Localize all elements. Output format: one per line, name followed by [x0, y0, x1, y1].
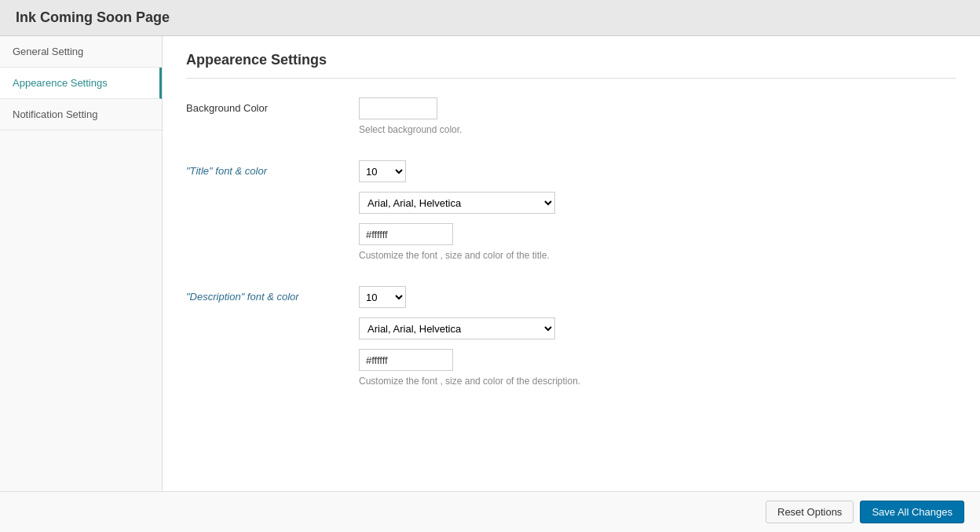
title-color-field-row [359, 223, 956, 245]
sidebar-item-notification-setting[interactable]: Notification Setting [0, 99, 162, 130]
title-color-input[interactable] [359, 223, 453, 245]
description-color-field-row [359, 349, 956, 371]
background-color-controls: Select background color. [359, 97, 956, 135]
description-font-size-select[interactable]: 8 9 10 11 12 14 16 18 20 24 [359, 286, 406, 308]
page-header: Ink Coming Soon Page [0, 0, 980, 36]
title-font-color-row: "Title" font & color 8 9 10 11 12 14 16 … [186, 154, 956, 261]
background-color-input[interactable] [359, 97, 437, 119]
title-font-color-label: "Title" font & color [186, 160, 359, 261]
background-color-hint: Select background color. [359, 124, 956, 135]
title-font-family-select[interactable]: Arial, Arial, Helvetica Georgia, serif V… [359, 192, 555, 214]
sidebar-item-general-setting[interactable]: General Setting [0, 36, 162, 68]
description-font-family-select[interactable]: Arial, Arial, Helvetica Georgia, serif V… [359, 317, 555, 339]
save-all-changes-button[interactable]: Save All Changes [860, 501, 964, 523]
background-color-label: Background Color [186, 97, 359, 135]
main-layout: General Setting Appearence Settings Noti… [0, 36, 980, 491]
description-color-input[interactable] [359, 349, 453, 371]
content-area: Appearence Settings Background Color Sel… [163, 36, 980, 491]
footer: Reset Options Save All Changes [0, 491, 980, 532]
reset-options-button[interactable]: Reset Options [766, 501, 854, 523]
sidebar-item-label: General Setting [13, 46, 83, 57]
sidebar-item-appearence-settings[interactable]: Appearence Settings [0, 68, 162, 99]
title-font-color-controls: 8 9 10 11 12 14 16 18 20 24 Arial, Arial… [359, 160, 956, 261]
sidebar: General Setting Appearence Settings Noti… [0, 36, 163, 491]
sidebar-item-label: Appearence Settings [13, 77, 108, 89]
description-font-color-label: "Description" font & color [186, 286, 359, 387]
title-font-color-hint: Customize the font , size and color of t… [359, 250, 956, 261]
description-font-color-controls: 8 9 10 11 12 14 16 18 20 24 Arial, Arial… [359, 286, 956, 387]
content-title: Appearence Settings [186, 52, 956, 79]
background-color-row: Background Color Select background color… [186, 91, 956, 135]
title-font-size-select[interactable]: 8 9 10 11 12 14 16 18 20 24 [359, 160, 406, 182]
page-title: Ink Coming Soon Page [16, 9, 170, 25]
sidebar-item-label: Notification Setting [13, 108, 97, 120]
description-font-color-hint: Customize the font , size and color of t… [359, 376, 956, 387]
description-font-color-row: "Description" font & color 8 9 10 11 12 … [186, 280, 956, 387]
